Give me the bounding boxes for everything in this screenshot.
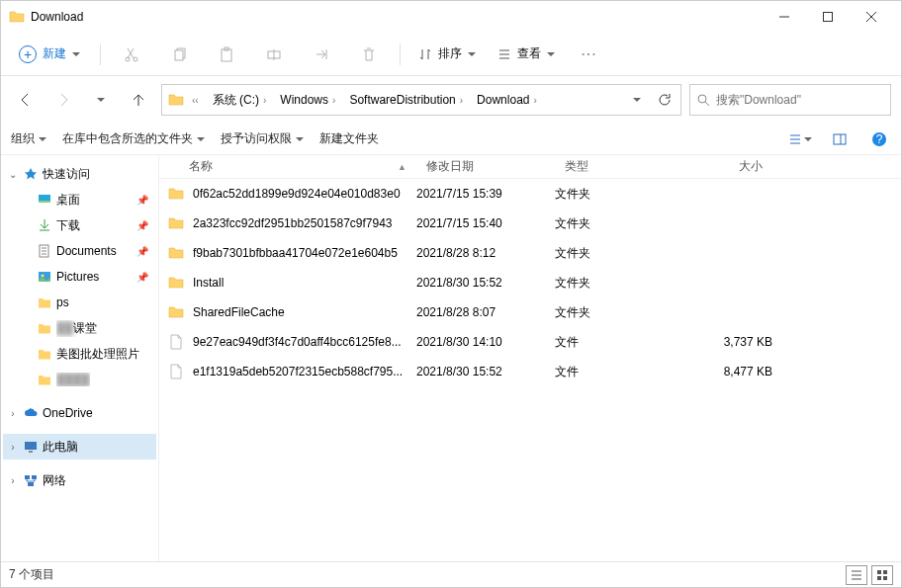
sidebar-item-folder[interactable]: 美图批处理照片 (3, 341, 156, 367)
file-rows: 0f62ac52dd1899e9d924e04e010d83e02021/7/1… (159, 179, 901, 561)
search-box[interactable] (689, 84, 891, 116)
more-icon: ··· (582, 47, 597, 61)
file-row[interactable]: Install2021/8/30 15:52文件夹 (159, 268, 901, 297)
file-row[interactable]: 0f62ac52dd1899e9d924e04e010d83e02021/7/1… (159, 179, 901, 209)
breadcrumb-item[interactable]: 系统 (C:)› (207, 89, 273, 112)
file-row[interactable]: 9e27eac949df3f4c7d0aff4bcc6125fe8...2021… (159, 327, 901, 357)
view-icon (497, 47, 511, 61)
file-icon (167, 333, 185, 351)
sidebar-item-pictures[interactable]: Pictures📌 (3, 264, 156, 290)
breadcrumb-item[interactable]: SoftwareDistribution› (343, 90, 469, 110)
pin-icon: 📌 (136, 246, 148, 257)
svg-rect-24 (883, 576, 887, 580)
file-date: 2021/8/28 8:07 (416, 305, 555, 319)
close-button[interactable] (850, 2, 893, 32)
file-name: Install (193, 276, 410, 290)
column-type[interactable]: 类型 (555, 158, 664, 175)
new-folder-button[interactable]: 新建文件夹 (319, 130, 379, 147)
file-list: 名称▲ 修改日期 类型 大小 0f62ac52dd1899e9d924e04e0… (159, 155, 901, 561)
rename-button[interactable] (253, 39, 295, 70)
chevron-down-icon (296, 132, 304, 146)
file-row[interactable]: e1f1319a5deb5207f2315ecb588cf795...2021/… (159, 357, 901, 386)
new-button[interactable]: + 新建 (9, 42, 90, 67)
include-in-library-button[interactable]: 在库中包含所选的文件夹 (62, 130, 205, 147)
back-button[interactable] (11, 85, 41, 115)
sidebar-item-folder[interactable]: ██课堂 (3, 315, 156, 341)
sidebar-item-documents[interactable]: Documents📌 (3, 238, 156, 264)
folder-icon (167, 303, 185, 321)
maximize-button[interactable] (806, 2, 850, 32)
refresh-button[interactable] (651, 93, 678, 107)
details-view-button[interactable] (846, 565, 867, 585)
folder-icon (167, 185, 185, 203)
share-button[interactable] (301, 39, 342, 70)
sidebar-item-ps[interactable]: ps (3, 290, 156, 315)
forward-button[interactable] (48, 85, 78, 115)
pin-icon: 📌 (136, 195, 148, 206)
file-type: 文件夹 (555, 215, 664, 232)
file-row[interactable]: SharedFileCache2021/8/28 8:07文件夹 (159, 297, 901, 327)
folder-icon (167, 244, 185, 262)
file-type: 文件夹 (555, 275, 664, 292)
help-button[interactable]: ? (867, 127, 891, 151)
sidebar-item-network[interactable]: ›网络 (3, 467, 156, 493)
column-size[interactable]: 大小 (664, 158, 772, 175)
minimize-button[interactable] (763, 2, 806, 32)
column-name[interactable]: 名称▲ (159, 158, 416, 175)
body: ⌄ 快速访问 桌面📌 下载📌 Documents📌 Pictures📌 ps █… (1, 155, 901, 561)
sidebar-item-this-pc[interactable]: ›此电脑 (3, 434, 156, 460)
toolbar: + 新建 排序 查看 ··· (1, 33, 901, 76)
desktop-icon (37, 192, 52, 208)
recent-button[interactable] (86, 85, 116, 115)
file-type: 文件夹 (555, 304, 664, 321)
icons-view-button[interactable] (871, 565, 893, 585)
cut-button[interactable] (111, 39, 152, 70)
breadcrumb-item[interactable]: Windows› (274, 90, 341, 110)
address-bar[interactable]: ‹‹ 系统 (C:)› Windows› SoftwareDistributio… (161, 84, 681, 116)
sidebar-item-desktop[interactable]: 桌面📌 (3, 187, 156, 212)
svg-text:?: ? (876, 132, 883, 146)
file-row[interactable]: 2a323fcc92df2951bb2501587c9f79432021/7/1… (159, 209, 901, 238)
file-name: 9e27eac949df3f4c7d0aff4bcc6125fe8... (193, 335, 410, 349)
organize-button[interactable]: 组织 (11, 130, 46, 147)
file-name: SharedFileCache (193, 305, 410, 319)
chevron-down-icon (97, 93, 105, 107)
svg-rect-23 (877, 576, 881, 580)
svg-rect-21 (877, 570, 881, 574)
svg-rect-18 (25, 475, 30, 479)
sort-button[interactable]: 排序 (410, 42, 484, 66)
more-button[interactable]: ··· (569, 39, 610, 70)
search-input[interactable] (716, 93, 884, 107)
document-icon (37, 243, 52, 259)
address-history-button[interactable] (625, 93, 649, 107)
file-size: 3,737 KB (664, 335, 772, 349)
column-date[interactable]: 修改日期 (416, 158, 555, 175)
svg-point-7 (698, 95, 706, 103)
up-button[interactable] (124, 85, 153, 115)
view-button[interactable]: 查看 (490, 42, 563, 66)
breadcrumb-chevron[interactable]: ‹‹ (190, 92, 205, 109)
file-row[interactable]: f9bab7301bfbbaa41704e072e1e604b52021/8/2… (159, 238, 901, 268)
delete-button[interactable] (348, 39, 390, 70)
breadcrumb-item[interactable]: Download› (471, 90, 543, 110)
file-type: 文件夹 (555, 186, 664, 203)
copy-button[interactable] (158, 39, 200, 70)
sidebar-item-downloads[interactable]: 下载📌 (3, 212, 156, 238)
command-bar: 组织 在库中包含所选的文件夹 授予访问权限 新建文件夹 ? (1, 124, 901, 155)
svg-point-2 (134, 57, 137, 61)
status-bar: 7 个项目 (1, 561, 901, 587)
sidebar-item-quick-access[interactable]: ⌄ 快速访问 (3, 161, 156, 187)
grant-access-button[interactable]: 授予访问权限 (221, 130, 304, 147)
sidebar-item-folder[interactable]: ████ (3, 367, 156, 392)
preview-pane-button[interactable] (828, 127, 852, 151)
separator (400, 43, 401, 65)
file-type: 文件 (555, 334, 664, 351)
file-name: 2a323fcc92df2951bb2501587c9f7943 (193, 216, 410, 230)
search-icon (696, 93, 710, 107)
file-date: 2021/8/28 8:12 (416, 246, 555, 260)
paste-button[interactable] (206, 39, 247, 70)
file-icon (167, 363, 185, 380)
sidebar-item-onedrive[interactable]: ›OneDrive (3, 400, 156, 426)
view-options-button[interactable] (788, 127, 812, 151)
svg-rect-4 (222, 49, 231, 61)
